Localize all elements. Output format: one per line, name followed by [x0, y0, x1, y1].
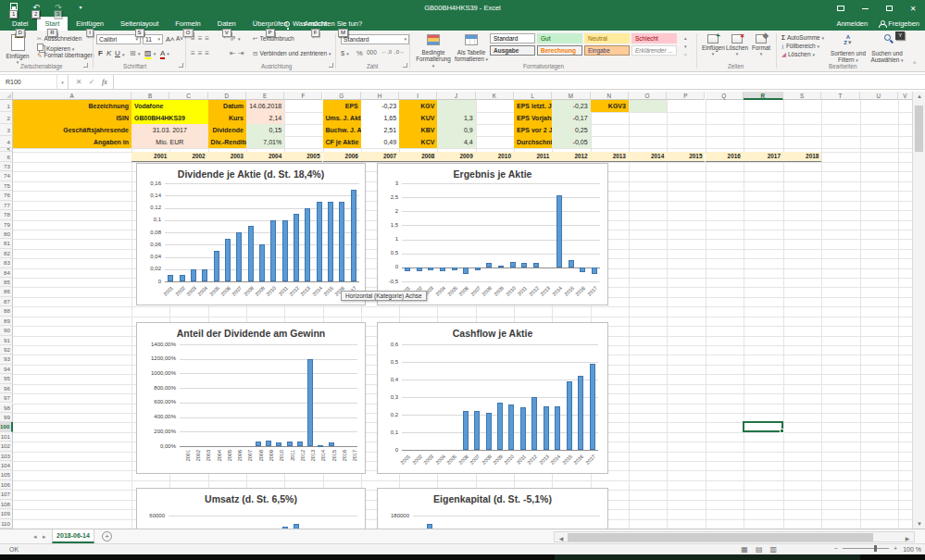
ribbon-tab-daten[interactable]: DatenV — [209, 17, 244, 31]
bar-2012[interactable] — [531, 397, 537, 450]
paste-button[interactable]: Einfügen ▾ — [4, 34, 31, 65]
ribbon-tab-formeln[interactable]: FormelnO — [167, 17, 209, 31]
styles-gallery-more[interactable]: ▿ — [684, 52, 687, 57]
year-cell-2017[interactable]: 2017 — [744, 152, 783, 162]
column-header-I[interactable]: I — [399, 92, 437, 100]
cell-J4[interactable]: 4,4 — [437, 136, 475, 148]
bar-2014[interactable] — [555, 406, 560, 451]
row-header-80[interactable]: 80 — [0, 230, 13, 239]
year-cell-2002[interactable]: 2002 — [169, 152, 207, 162]
cell-style-erklrender[interactable]: Erklärender ... — [631, 45, 677, 56]
cell-style-schlecht[interactable]: Schlecht — [631, 33, 677, 44]
year-cell-2001[interactable]: 2001 — [131, 152, 169, 162]
column-header-B[interactable]: B — [131, 92, 169, 100]
next-sheet-arrow[interactable]: ▸ — [43, 533, 46, 541]
bar-2001[interactable] — [405, 268, 410, 272]
bar-2009[interactable] — [266, 441, 271, 446]
column-header-H[interactable]: H — [361, 92, 399, 100]
row-header-109[interactable]: 109 — [0, 509, 13, 518]
ribbon-display-options-button[interactable] — [829, 0, 853, 17]
cell-J3[interactable]: 0,9 — [437, 124, 475, 136]
cell-G3[interactable]: Buchw. J. A. — [323, 124, 361, 136]
horizontal-align-buttons[interactable]: ≡≡≡ — [191, 49, 212, 57]
bar-2008[interactable] — [486, 413, 492, 450]
row-header-107[interactable]: 107 — [0, 490, 13, 499]
row-header-88[interactable]: 88 — [0, 306, 13, 316]
percent-style-button[interactable]: % — [356, 49, 363, 57]
row-header-85[interactable]: 85 — [0, 278, 13, 287]
horizontal-scrollbar[interactable]: ◀ ▶ — [554, 531, 915, 542]
view-page-layout-button[interactable]: ▤ — [756, 545, 763, 554]
cell-style-eingabe[interactable]: Eingabe — [584, 45, 630, 56]
indent-buttons[interactable]: ⇤ ⇥ — [230, 49, 244, 57]
column-header-V[interactable]: V — [898, 92, 912, 100]
format-cells-button[interactable]: ◆ Format▾ — [750, 34, 772, 56]
scroll-up-arrow[interactable]: ▲ — [913, 93, 925, 99]
bar-2013[interactable] — [544, 406, 549, 451]
italic-button[interactable]: K — [106, 49, 111, 57]
row-header-101[interactable]: 101 — [0, 432, 13, 442]
merge-center-button[interactable]: ⊟Verbinden und zentrieren ▾ — [253, 50, 331, 57]
row-header-104[interactable]: 104 — [0, 461, 13, 470]
bar-2011[interactable] — [287, 442, 293, 446]
cell-D2[interactable]: Kurs — [208, 112, 246, 124]
bar-2011[interactable] — [521, 263, 527, 268]
year-cell-2010[interactable]: 2010 — [476, 152, 514, 162]
bar-2017[interactable] — [590, 364, 595, 450]
copy-button[interactable]: Kopieren ▾ — [37, 44, 74, 52]
row-header-87[interactable]: 87 — [0, 297, 13, 306]
cell-H3[interactable]: 2,51 — [361, 124, 399, 136]
chart-2[interactable]: Ergebnis je Aktie32,521,510,50-0,5200120… — [377, 163, 608, 305]
bar-2007[interactable] — [475, 268, 481, 270]
vertical-align-buttons[interactable]: ≡≡≡ — [191, 34, 212, 43]
bar-2009[interactable] — [498, 266, 504, 268]
selected-cell-R100[interactable] — [743, 421, 783, 431]
row-header-102[interactable]: 102 — [0, 442, 13, 451]
column-header-K[interactable]: K — [476, 92, 514, 100]
row-header-73[interactable]: 73 — [0, 162, 13, 171]
row-header-97[interactable]: 97 — [0, 393, 13, 403]
bar-2008[interactable] — [248, 226, 254, 281]
zoom-in-button[interactable]: + — [894, 545, 897, 552]
column-header-Q[interactable]: Q — [706, 92, 744, 100]
cell-D3[interactable]: Dividende — [208, 124, 246, 136]
year-cell-2008[interactable]: 2008 — [399, 152, 437, 162]
cell-G1[interactable]: EPS — [323, 100, 361, 112]
bar-2007[interactable] — [474, 411, 480, 450]
cell-I3[interactable]: KBV — [399, 124, 437, 136]
chart-3[interactable]: Anteil der Dividende am Gewinn1400,00%12… — [136, 322, 366, 474]
year-cell-2014[interactable]: 2014 — [629, 152, 667, 162]
cell-E2[interactable]: 2,14 — [246, 112, 284, 124]
year-cell-2004[interactable]: 2004 — [246, 152, 284, 162]
fill-button[interactable]: ⤓Füllbereich ▾ — [781, 43, 819, 50]
format-painter-button[interactable]: ✎Format übertragen — [37, 52, 94, 59]
scroll-down-arrow[interactable]: ▼ — [913, 521, 925, 527]
bar-2016[interactable] — [578, 376, 583, 450]
tell-me-box[interactable]: Was möchten Sie tun? M — [284, 17, 362, 31]
cell-style-gut[interactable]: Gut — [537, 33, 582, 44]
insert-cells-button[interactable]: + Einfügen▾ — [702, 34, 724, 56]
row-header-110[interactable]: 110 — [0, 519, 13, 529]
cell-M3[interactable]: 0,25 — [552, 124, 590, 136]
ribbon-tab-einfügen[interactable]: EinfügenI — [68, 17, 112, 31]
row-header-95[interactable]: 95 — [0, 374, 13, 383]
row-header-90[interactable]: 90 — [0, 326, 13, 335]
bar-2006[interactable] — [463, 411, 469, 450]
delete-cells-button[interactable]: × Löschen▾ — [726, 34, 748, 56]
comma-style-button[interactable]: 000 — [367, 49, 377, 56]
decrease-decimal-button[interactable]: ,0→ — [394, 49, 405, 55]
column-header-P[interactable]: P — [667, 92, 705, 100]
autosum-button[interactable]: ΣAutoSumme ▾ — [781, 34, 824, 41]
row-header-92[interactable]: 92 — [0, 345, 13, 355]
view-normal-button[interactable]: ▦ — [741, 545, 748, 554]
row-header-81[interactable]: 81 — [0, 239, 13, 248]
column-header-R[interactable]: R — [744, 92, 783, 100]
column-header-C[interactable]: C — [169, 92, 207, 100]
fill-color-button[interactable]: ▨ ▾ — [144, 49, 156, 57]
cell-L4[interactable]: Durchschnitt — [514, 136, 552, 148]
enter-formula-icon[interactable]: ✓ — [85, 75, 98, 90]
increase-decimal-button[interactable]: ←,0 — [381, 49, 392, 55]
sort-filter-button[interactable]: AZ▼ Sortieren undFiltern ▾ — [830, 34, 867, 45]
styles-gallery-up[interactable]: ▴ — [684, 35, 687, 41]
bar-2013[interactable] — [307, 359, 313, 446]
